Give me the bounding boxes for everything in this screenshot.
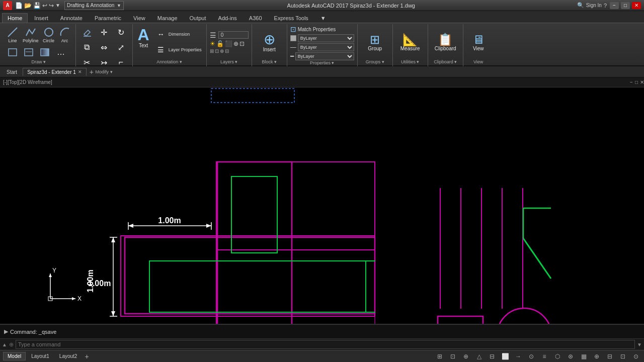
close-btn[interactable]: ✕: [632, 2, 641, 9]
tool-move[interactable]: ✛: [96, 25, 112, 39]
qat-save-btn[interactable]: 💾: [33, 2, 41, 9]
status-polar-icon[interactable]: △: [474, 351, 484, 361]
qat-dropdown-btn[interactable]: ▼: [55, 3, 60, 8]
tool-group[interactable]: ⊞ Group: [366, 32, 384, 53]
tab-view[interactable]: View: [128, 13, 151, 23]
tool-erase[interactable]: [79, 25, 95, 39]
tool-arc[interactable]: Arc: [57, 25, 72, 44]
color-swatch: [290, 35, 296, 41]
restore-btn[interactable]: □: [621, 2, 630, 9]
minimize-btn[interactable]: −: [610, 2, 619, 9]
status-tab-layout2[interactable]: Layout2: [55, 352, 82, 360]
modify-group-label: Modify ▾: [96, 69, 113, 75]
command-input[interactable]: [16, 340, 635, 349]
tool-stretch[interactable]: ⤢: [113, 40, 129, 54]
doc-tab-extender[interactable]: Spiraz3d - Extender 1 ✕: [23, 68, 87, 76]
cmd-dropdown-btn[interactable]: ▼: [637, 342, 642, 347]
new-layout-btn[interactable]: +: [83, 352, 91, 360]
tool-clipboard[interactable]: 📋 Clipboard: [433, 32, 458, 53]
doc-tab-start[interactable]: Start: [2, 68, 22, 76]
cmd-scroll-up-btn[interactable]: ▲: [2, 342, 7, 347]
tab-parametric[interactable]: Parametric: [89, 13, 127, 23]
qat-new-btn[interactable]: 📄: [15, 2, 23, 9]
tool-polyline[interactable]: Polyline: [21, 25, 40, 44]
qat-undo-btn[interactable]: ↩: [42, 2, 47, 9]
status-dynin-icon[interactable]: →: [513, 351, 523, 361]
match-props-btn[interactable]: Match Properties: [298, 27, 336, 32]
tool-fillet[interactable]: ⌐: [113, 55, 129, 69]
cmd-prefix-icon: ⊕: [9, 341, 14, 348]
measure-icon: 📐: [403, 34, 418, 46]
status-lock-icon[interactable]: ⊟: [605, 351, 615, 361]
clipboard-icon: 📋: [438, 34, 453, 46]
status-tab-layout1[interactable]: Layout1: [27, 352, 54, 360]
workspace-selector[interactable]: Drafting & Annotation: [64, 1, 124, 10]
sign-in-btn[interactable]: Sign In: [586, 3, 602, 8]
new-tab-btn[interactable]: +: [88, 68, 96, 76]
tab-output[interactable]: Output: [184, 13, 212, 23]
tool-measure[interactable]: 📐 Measure: [398, 32, 422, 53]
layer-freeze-btn[interactable]: ☀: [210, 40, 215, 47]
tool-mirror[interactable]: ⇔: [96, 40, 112, 54]
tool-view[interactable]: 🖥 View: [470, 32, 487, 53]
tool-extend[interactable]: ↣: [96, 55, 112, 69]
tab-express-tools[interactable]: Express Tools: [269, 13, 314, 23]
tab-manage[interactable]: Manage: [152, 13, 183, 23]
tool-dimension[interactable]: ↔ Dimension: [153, 27, 203, 41]
viewport-restore-btn[interactable]: □: [635, 79, 638, 85]
status-isolate-icon[interactable]: ⊙: [631, 351, 641, 361]
layer-selector[interactable]: 0: [218, 31, 249, 39]
layer-lock-btn[interactable]: 🔓: [216, 40, 224, 47]
tool-rotate[interactable]: ↻: [113, 25, 129, 39]
layer-color-btn[interactable]: ⬛: [225, 40, 232, 47]
status-qprop-icon[interactable]: ⬡: [552, 351, 562, 361]
layer-icon3: ⊡: [215, 48, 219, 54]
command-output: ▶ Command: _qsave: [0, 325, 644, 339]
tab-insert[interactable]: Insert: [29, 13, 54, 23]
status-otrack-icon[interactable]: ⬜: [500, 351, 510, 361]
status-lineweight-icon[interactable]: ⊙: [526, 351, 536, 361]
ribbon-group-annotation: A Text ↔ Dimension ☰ Layer Properties An…: [133, 24, 207, 66]
tool-hatch[interactable]: [21, 45, 36, 59]
tool-line[interactable]: Line: [5, 25, 20, 44]
status-grid-icon[interactable]: ⊡: [448, 351, 458, 361]
tab-addins[interactable]: Add-ins: [213, 13, 243, 23]
tool-more-draw[interactable]: …: [53, 45, 68, 59]
tool-insert-block[interactable]: ⊕ Insert: [261, 31, 278, 54]
tab-more[interactable]: ▼: [315, 13, 332, 23]
svg-rect-7: [0, 87, 644, 324]
status-hardware-icon[interactable]: ⊡: [618, 351, 628, 361]
viewport-minimize-btn[interactable]: −: [630, 79, 633, 85]
status-osnap-icon[interactable]: ⊟: [487, 351, 497, 361]
status-tpoly-icon[interactable]: ≡: [539, 351, 549, 361]
status-ortho-icon[interactable]: ⊕: [461, 351, 471, 361]
help-icon[interactable]: ?: [604, 3, 607, 9]
status-anno-icon[interactable]: ▦: [579, 351, 589, 361]
layer-more-btn[interactable]: ⊕: [233, 40, 238, 47]
viewport-close-btn[interactable]: ✕: [640, 79, 644, 85]
status-tab-model[interactable]: Model: [3, 352, 26, 360]
tool-text[interactable]: A Text: [136, 25, 151, 50]
tool-layer-properties[interactable]: ☰ Layer Properties: [153, 43, 203, 57]
tool-circle[interactable]: Circle: [41, 25, 56, 44]
status-selection-icon[interactable]: ⊛: [566, 351, 576, 361]
tab-home[interactable]: Home: [2, 13, 28, 23]
tool-rect[interactable]: [5, 45, 20, 59]
layer-icon2: ⊞: [210, 48, 214, 54]
tool-gradient[interactable]: [37, 45, 52, 59]
qat-redo-btn[interactable]: ↪: [49, 2, 54, 9]
layer-props-btn[interactable]: ⊡: [239, 40, 245, 47]
tool-copy[interactable]: ⧉: [79, 40, 95, 54]
tab-a360[interactable]: A360: [244, 13, 268, 23]
color-selector[interactable]: ByLayer: [298, 34, 354, 42]
canvas-area[interactable]: 1.00m 1.00m 1.00m X: [0, 87, 644, 324]
layer-properties-icon: ☰: [155, 44, 167, 56]
lineweight-selector[interactable]: ByLayer: [295, 52, 354, 60]
linetype-selector[interactable]: ByLayer: [298, 43, 354, 51]
doc-tab-close[interactable]: ✕: [78, 69, 82, 74]
polyline-icon: [25, 26, 37, 38]
status-snap-icon[interactable]: ⊞: [435, 351, 445, 361]
status-workspace-icon[interactable]: ⊕: [592, 351, 602, 361]
tab-annotate[interactable]: Annotate: [55, 13, 88, 23]
qat-open-btn[interactable]: 📂: [24, 2, 32, 9]
